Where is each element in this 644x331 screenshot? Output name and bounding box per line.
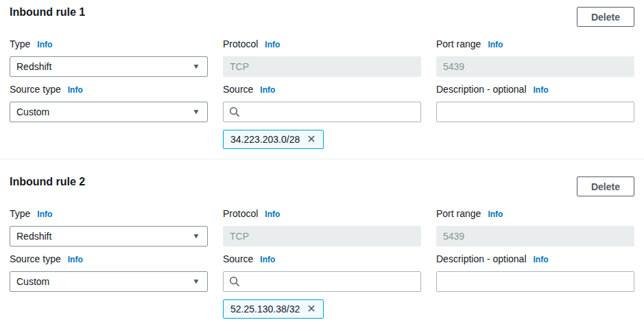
- delete-rule-button[interactable]: Delete: [577, 7, 634, 27]
- inbound-rule-1-section: Inbound rule 1 Delete Type Info Redshift…: [10, 5, 634, 149]
- protocol-label: Protocol: [223, 207, 258, 220]
- source-info-link[interactable]: Info: [260, 84, 275, 96]
- delete-rule-button[interactable]: Delete: [577, 176, 634, 196]
- port-range-label-row: Port range Info: [436, 38, 634, 51]
- port-range-field: Port range Info: [436, 38, 634, 77]
- chevron-down-icon: ▼: [192, 232, 200, 240]
- protocol-info-link[interactable]: Info: [265, 208, 280, 220]
- source-type-select[interactable]: Custom ▼: [10, 102, 208, 122]
- chevron-down-icon: ▼: [192, 108, 200, 116]
- type-info-link[interactable]: Info: [37, 208, 52, 220]
- source-type-select-value: Custom: [16, 106, 49, 117]
- description-input[interactable]: [436, 102, 634, 122]
- rule-fields: Type Info Redshift ▼ Protocol Info Port …: [10, 207, 634, 319]
- source-type-info-link[interactable]: Info: [68, 253, 83, 266]
- inbound-rules-panel: Inbound rule 1 Delete Type Info Redshift…: [0, 0, 644, 331]
- source-label: Source: [223, 83, 253, 95]
- source-field: Source Info 52.25.130.38/32 ✕: [223, 253, 421, 319]
- rule-title: Inbound rule 1: [10, 5, 85, 19]
- source-type-field: Source type Info Custom ▼: [10, 253, 208, 319]
- remove-cidr-icon[interactable]: ✕: [302, 302, 320, 316]
- source-type-info-link[interactable]: Info: [68, 84, 83, 96]
- protocol-label-row: Protocol Info: [223, 207, 421, 220]
- description-info-link[interactable]: Info: [534, 84, 549, 96]
- source-type-field: Source type Info Custom ▼: [10, 83, 208, 149]
- type-label: Type: [10, 38, 30, 50]
- description-label: Description - optional: [436, 83, 527, 95]
- port-range-label-row: Port range Info: [436, 207, 634, 220]
- description-label: Description - optional: [436, 253, 527, 265]
- source-label-row: Source Info: [223, 83, 421, 96]
- type-select-value: Redshift: [16, 231, 51, 242]
- port-range-label: Port range: [436, 207, 481, 220]
- description-field: Description - optional Info: [436, 83, 634, 149]
- source-type-label-row: Source type Info: [10, 83, 208, 96]
- source-type-select[interactable]: Custom ▼: [10, 271, 208, 292]
- port-range-info-link[interactable]: Info: [488, 38, 503, 51]
- source-search-input[interactable]: [223, 102, 421, 122]
- protocol-field: Protocol Info: [223, 207, 421, 247]
- source-type-label: Source type: [10, 83, 61, 95]
- rule-header: Inbound rule 1 Delete: [10, 5, 634, 27]
- protocol-info-link[interactable]: Info: [265, 38, 280, 51]
- chevron-down-icon: ▼: [192, 277, 200, 286]
- description-field: Description - optional Info: [436, 253, 634, 319]
- description-info-link[interactable]: Info: [534, 253, 549, 266]
- type-select-value: Redshift: [16, 61, 51, 72]
- source-search-wrap: [223, 102, 421, 122]
- port-range-field: Port range Info: [436, 207, 634, 247]
- rule-fields: Type Info Redshift ▼ Protocol Info Port …: [10, 38, 634, 149]
- description-input[interactable]: [436, 271, 634, 292]
- source-info-link[interactable]: Info: [260, 253, 275, 266]
- source-label: Source: [223, 253, 253, 265]
- protocol-input: [223, 56, 421, 77]
- source-cidr-token: 34.223.203.0/28 ✕: [223, 130, 324, 149]
- source-type-select-value: Custom: [16, 276, 49, 287]
- type-select[interactable]: Redshift ▼: [10, 56, 208, 77]
- port-range-info-link[interactable]: Info: [488, 208, 503, 220]
- protocol-input: [223, 226, 421, 247]
- source-type-label-row: Source type Info: [10, 253, 208, 266]
- chevron-down-icon: ▼: [192, 62, 200, 71]
- source-cidr-value: 34.223.203.0/28: [230, 134, 300, 145]
- source-type-label: Source type: [10, 253, 61, 265]
- description-label-row: Description - optional Info: [436, 83, 634, 96]
- protocol-label: Protocol: [223, 38, 258, 50]
- section-divider: [0, 159, 644, 159]
- source-search-wrap: [223, 271, 421, 292]
- remove-cidr-icon[interactable]: ✕: [302, 133, 320, 146]
- type-label: Type: [10, 207, 30, 220]
- source-cidr-value: 52.25.130.38/32: [230, 304, 300, 315]
- source-cidr-token: 52.25.130.38/32 ✕: [223, 299, 324, 319]
- type-label-row: Type Info: [10, 207, 208, 220]
- rule-header: Inbound rule 2 Delete: [10, 175, 634, 196]
- type-field: Type Info Redshift ▼: [10, 38, 208, 77]
- rule-title: Inbound rule 2: [10, 175, 85, 188]
- inbound-rule-2-section: Inbound rule 2 Delete Type Info Redshift…: [10, 175, 634, 319]
- type-select[interactable]: Redshift ▼: [10, 226, 208, 247]
- port-range-label: Port range: [436, 38, 481, 50]
- source-search-input[interactable]: [223, 271, 421, 292]
- port-range-input: [436, 56, 634, 77]
- description-label-row: Description - optional Info: [436, 253, 634, 266]
- type-info-link[interactable]: Info: [37, 38, 52, 51]
- port-range-input: [436, 226, 634, 247]
- type-field: Type Info Redshift ▼: [10, 207, 208, 247]
- source-field: Source Info 34.223.203.0/28 ✕: [223, 83, 421, 149]
- source-label-row: Source Info: [223, 253, 421, 266]
- type-label-row: Type Info: [10, 38, 208, 51]
- protocol-label-row: Protocol Info: [223, 38, 421, 51]
- protocol-field: Protocol Info: [223, 38, 421, 77]
